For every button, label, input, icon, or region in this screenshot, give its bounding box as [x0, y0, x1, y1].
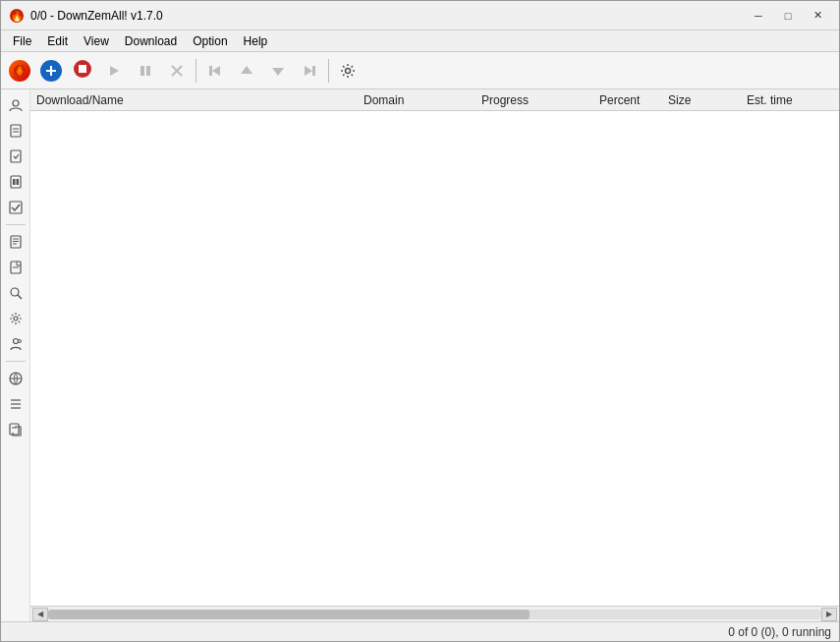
menu-item-edit[interactable]: Edit — [39, 30, 76, 51]
sidebar-export[interactable] — [4, 418, 28, 441]
sidebar-globe[interactable] — [4, 367, 28, 390]
svg-point-37 — [14, 317, 18, 321]
status-text: 0 of 0 (0), 0 running — [728, 625, 831, 639]
menu-item-download[interactable]: Download — [117, 30, 185, 51]
sidebar-file2[interactable] — [4, 256, 28, 279]
col-header-name: Download/Name — [34, 93, 364, 107]
sidebar-person[interactable] — [4, 332, 28, 356]
maximize-button[interactable]: □ — [774, 7, 802, 25]
toolbar-btn-stop-all[interactable] — [68, 56, 97, 86]
svg-point-38 — [13, 339, 18, 344]
svg-point-20 — [13, 100, 19, 106]
svg-rect-7 — [79, 65, 86, 73]
sidebar-search[interactable] — [4, 281, 28, 305]
scroll-track[interactable] — [48, 610, 821, 619]
svg-marker-16 — [272, 68, 284, 76]
svg-marker-17 — [305, 66, 312, 76]
scroll-thumb[interactable] — [48, 610, 530, 619]
sidebar-separator — [6, 224, 26, 225]
svg-point-39 — [18, 340, 21, 343]
sidebar-list[interactable] — [4, 392, 28, 416]
app-icon: 🔥 — [9, 8, 25, 24]
toolbar-btn-move-up — [232, 56, 261, 86]
svg-marker-15 — [241, 66, 252, 74]
close-button[interactable]: ✕ — [804, 7, 831, 25]
svg-rect-25 — [11, 176, 21, 188]
sidebar-all[interactable] — [4, 93, 28, 117]
sidebar-file1[interactable] — [4, 230, 28, 254]
col-header-progress: Progress — [481, 93, 599, 107]
menu-item-file[interactable]: File — [5, 30, 39, 51]
svg-rect-18 — [312, 66, 315, 76]
table-header: Download/Name Domain Progress Percent Si… — [30, 89, 839, 111]
window-controls: ─ □ ✕ — [745, 7, 831, 25]
toolbar-btn-skip-fwd — [295, 56, 324, 86]
sidebar — [1, 89, 30, 621]
main-area: Download/Name Domain Progress Percent Si… — [1, 89, 839, 621]
menu-item-option[interactable]: Option — [185, 30, 235, 51]
svg-rect-9 — [140, 66, 144, 76]
title-text: 0/0 - DownZemAll! v1.7.0 — [30, 9, 745, 23]
svg-rect-14 — [209, 66, 212, 76]
sidebar-settings[interactable] — [4, 307, 28, 330]
sidebar-separator — [6, 361, 26, 362]
menu-bar: FileEditViewDownloadOptionHelp — [1, 30, 839, 52]
svg-point-35 — [11, 288, 19, 296]
toolbar-btn-logo[interactable] — [5, 56, 34, 86]
svg-rect-44 — [10, 424, 19, 435]
minimize-button[interactable]: ─ — [745, 7, 772, 25]
toolbar-btn-add[interactable] — [36, 56, 66, 86]
svg-marker-8 — [110, 66, 119, 76]
svg-rect-10 — [146, 66, 150, 76]
sidebar-completed[interactable] — [4, 196, 28, 219]
toolbar-btn-cancel — [162, 56, 192, 86]
svg-text:🔥: 🔥 — [11, 10, 24, 23]
menu-item-help[interactable]: Help — [236, 30, 276, 51]
table-body[interactable] — [30, 111, 839, 606]
toolbar-btn-skip-back — [200, 56, 230, 86]
sidebar-downloading[interactable] — [4, 145, 28, 168]
horizontal-scrollbar[interactable]: ◀ ▶ — [30, 606, 839, 621]
toolbar-btn-settings[interactable] — [333, 56, 363, 86]
sidebar-paused[interactable] — [4, 170, 28, 194]
svg-marker-13 — [212, 66, 220, 76]
svg-rect-28 — [10, 202, 22, 213]
col-header-size: Size — [668, 93, 747, 107]
toolbar-btn-pause — [131, 56, 160, 86]
col-header-esttime: Est. time — [747, 93, 835, 107]
content-area: Download/Name Domain Progress Percent Si… — [30, 89, 839, 621]
scroll-left-arrow[interactable]: ◀ — [32, 608, 48, 621]
toolbar-separator — [196, 59, 196, 83]
toolbar-btn-resume — [99, 56, 129, 86]
svg-line-36 — [18, 295, 22, 299]
col-header-domain: Domain — [364, 93, 481, 107]
toolbar-btn-move-down — [263, 56, 293, 86]
svg-rect-21 — [11, 125, 21, 137]
svg-point-19 — [346, 68, 351, 73]
col-header-percent: Percent — [599, 93, 668, 107]
svg-rect-27 — [16, 179, 19, 185]
title-bar: 🔥 0/0 - DownZemAll! v1.7.0 ─ □ ✕ — [1, 1, 839, 30]
menu-item-view[interactable]: View — [76, 30, 117, 51]
toolbar-separator — [328, 59, 329, 83]
svg-rect-26 — [13, 179, 16, 185]
status-bar: 0 of 0 (0), 0 running — [1, 621, 839, 641]
svg-rect-24 — [11, 150, 21, 162]
scroll-right-arrow[interactable]: ▶ — [821, 608, 837, 621]
sidebar-incomplete[interactable] — [4, 119, 28, 143]
toolbar — [1, 52, 839, 89]
